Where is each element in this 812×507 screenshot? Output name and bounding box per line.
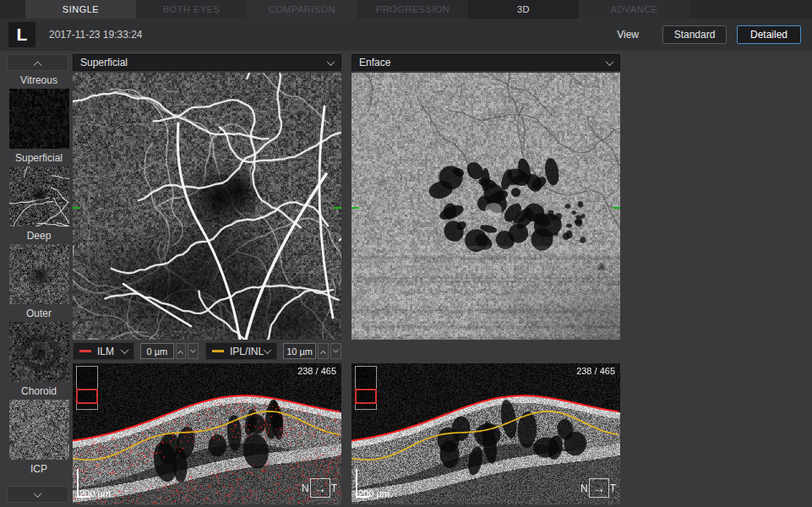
right-depth-range-selection [355, 389, 377, 404]
layer-label: Deep [7, 230, 71, 243]
scan-position-marker-right [613, 207, 620, 209]
left-layer-dropdown[interactable]: Superficial [73, 54, 341, 71]
chevron-down-icon [327, 57, 335, 66]
left-orientation-marker: N → T [302, 478, 337, 498]
nasal-temporal-arrow-icon: → [589, 478, 609, 498]
sidebar-item-vitreous[interactable]: Vitreous [7, 74, 71, 149]
boundary1-offset-field[interactable]: 0 µm [140, 343, 173, 359]
chevron-up-icon [34, 61, 42, 69]
boundary1-label: ILM [97, 346, 114, 357]
tab-single[interactable]: SINGLE [25, 0, 136, 19]
boundary1-offset-down-button[interactable] [188, 343, 199, 359]
left-scale-label: 200 µm [79, 488, 111, 499]
sidebar-item-superficial[interactable]: Superficial [7, 152, 71, 226]
temporal-label: T [331, 482, 337, 494]
scan-position-marker-right [334, 207, 341, 209]
laterality-badge: L [8, 22, 35, 47]
enface-image-wrap [352, 73, 620, 340]
right-orientation-marker: N → T [580, 478, 616, 498]
standard-view-button[interactable]: Standard [662, 25, 727, 44]
chevron-up-icon [177, 351, 183, 357]
nasal-label: N [302, 482, 309, 494]
header-bar: L 2017-11-23 19:33:24 View Standard Deta… [0, 19, 812, 51]
layer-sidebar: Vitreous Superficial Deep Outer Choroid … [7, 51, 71, 507]
sidebar-scroll-up-button[interactable] [7, 54, 68, 71]
layer-label: Vitreous [7, 74, 71, 87]
tab-comparison[interactable]: COMPARISON [247, 0, 357, 19]
chevron-down-icon [606, 57, 614, 66]
choroid-thumbnail[interactable] [9, 400, 69, 460]
temporal-label: T [610, 482, 616, 494]
nasal-temporal-arrow-icon: → [310, 478, 330, 498]
chevron-down-icon [263, 346, 271, 354]
main-tab-bar: SINGLE BOTH EYES COMPARISON PROGRESSION … [0, 0, 812, 19]
chevron-down-icon [190, 347, 196, 353]
layer-label: Superficial [7, 152, 71, 165]
detailed-view-button[interactable]: Detailed [737, 25, 801, 44]
boundary2-dropdown[interactable]: IPL/INL [205, 342, 277, 360]
left-bscan-panel: 238 / 465 200 µm N → T [73, 363, 341, 504]
sidebar-item-icp[interactable]: ICP [7, 463, 71, 476]
vitreous-thumbnail[interactable] [9, 89, 69, 149]
boundary2-offset-down-button[interactable] [330, 343, 341, 359]
chevron-down-icon [34, 489, 42, 498]
scan-position-marker-left [352, 207, 359, 209]
enface-oct-image[interactable] [352, 73, 620, 340]
deep-thumbnail[interactable] [9, 244, 69, 304]
tab-advance[interactable]: ADVANCE [579, 0, 689, 19]
ilm-color-swatch [79, 350, 91, 352]
boundary2-offset-field[interactable]: 10 µm [283, 343, 316, 359]
tab-both-eyes[interactable]: BOTH EYES [136, 0, 247, 19]
boundary1-dropdown[interactable]: ILM [73, 342, 134, 360]
layer-label: Outer [7, 308, 71, 320]
sidebar-item-outer[interactable]: Outer [7, 308, 71, 382]
angiogram-image-wrap [73, 73, 341, 340]
boundary1-offset-up-button[interactable] [176, 343, 187, 359]
chevron-down-icon [333, 347, 339, 353]
scan-timestamp: 2017-11-23 19:33:24 [49, 29, 143, 41]
right-bscan-panel: 238 / 465 200 µm N → T [352, 363, 620, 504]
chevron-up-icon [320, 351, 326, 357]
right-frame-counter: 238 / 465 [576, 366, 615, 376]
scan-position-marker-left [73, 207, 80, 209]
segmentation-controls: ILM 0 µm IPL/INL 10 µm [73, 341, 341, 361]
layer-label: ICP [7, 463, 71, 476]
left-frame-counter: 238 / 465 [297, 366, 336, 376]
tab-progression[interactable]: PROGRESSION [357, 0, 468, 19]
boundary2-offset-up-button[interactable] [318, 343, 329, 359]
chevron-down-icon [121, 346, 129, 354]
layer-label: Choroid [7, 385, 71, 398]
superficial-angiogram-image[interactable] [73, 73, 341, 340]
sidebar-item-choroid[interactable]: Choroid [7, 385, 71, 460]
content-area: Vitreous Superficial Deep Outer Choroid … [0, 51, 812, 507]
sidebar-item-deep[interactable]: Deep [7, 230, 71, 304]
sidebar-scroll-down-button[interactable] [7, 486, 68, 503]
right-scale-label: 200 µm [358, 488, 390, 499]
tab-3d[interactable]: 3D [468, 0, 579, 19]
view-label: View [617, 29, 639, 41]
left-depth-range-indicator [76, 366, 98, 410]
right-dropdown-value: Enface [359, 57, 607, 68]
superficial-thumbnail[interactable] [9, 166, 69, 226]
boundary2-label: IPL/INL [230, 346, 264, 357]
nasal-label: N [580, 482, 588, 494]
outer-thumbnail[interactable] [9, 322, 69, 382]
right-depth-range-indicator [355, 366, 377, 410]
ipl-inl-color-swatch [212, 350, 224, 352]
left-dropdown-value: Superficial [80, 57, 328, 68]
left-depth-range-selection [76, 389, 98, 404]
right-view-dropdown[interactable]: Enface [352, 54, 620, 71]
